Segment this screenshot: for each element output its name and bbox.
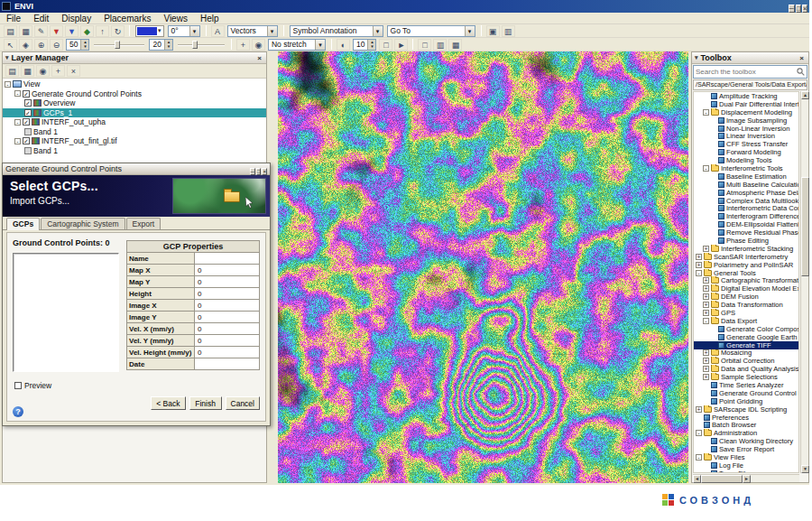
toolbox-item-generate-color-composite[interactable]: Generate Color Composite [694, 325, 798, 333]
menu-item-edit[interactable]: Edit [27, 14, 55, 23]
annotation-color-picker[interactable]: ▾ [135, 25, 164, 37]
checkbox-checked[interactable]: ✓ [23, 118, 30, 126]
expander-icon[interactable]: + [703, 246, 709, 252]
toolbox-item-polarimetry-and-polinsar[interactable]: +Polarimetry and PolInSAR [694, 261, 798, 269]
scroll-up-icon[interactable]: ▲ [801, 91, 809, 99]
grid-views-icon[interactable]: ▦ [448, 39, 462, 51]
expander-icon[interactable]: + [703, 277, 709, 284]
expander-icon[interactable]: + [703, 285, 709, 292]
scroll-left-icon[interactable]: ◄ [693, 475, 701, 483]
close-icon[interactable]: × [255, 54, 263, 62]
zoom-out-icon[interactable]: ⊖ [50, 39, 63, 51]
flicker-speed-spin[interactable]: 10▴▾ [353, 39, 376, 51]
toolbox-item-scansar-interferometry[interactable]: +ScanSAR Interferometry [694, 253, 798, 261]
lm-globe-icon[interactable]: ◉ [36, 65, 50, 77]
toolbox-item-complex-data-multilooking[interactable]: Complex Data Multilooking [694, 197, 798, 205]
scroll-right-icon[interactable]: ► [743, 475, 751, 483]
toolbox-item-administration[interactable]: -Administration [694, 429, 798, 437]
north-arrow-icon[interactable]: ↑ [96, 25, 109, 37]
gcp-property-value[interactable]: 0 [195, 334, 260, 347]
single-view-icon[interactable]: □ [418, 39, 431, 51]
menu-item-help[interactable]: Help [194, 14, 226, 23]
checkbox-checked[interactable]: ✓ [24, 109, 32, 116]
toolbox-item-image-subsampling[interactable]: Image Subsampling [694, 116, 798, 125]
slider-thumb[interactable] [115, 41, 120, 49]
expander-icon[interactable]: - [703, 165, 709, 172]
menu-item-display[interactable]: Display [55, 14, 97, 23]
tab-gcps[interactable]: GCPs [6, 218, 40, 230]
expander-icon[interactable]: + [703, 310, 709, 316]
toolbox-item-linear-inversion[interactable]: Linear Inversion [694, 132, 798, 140]
text-annotation-icon[interactable]: A [211, 25, 225, 37]
button-back[interactable]: < Back [151, 396, 185, 410]
gcp-list-box[interactable] [13, 253, 119, 372]
toolbox-item-log-file[interactable]: Log File [694, 461, 798, 470]
layer-tree-item-band-1[interactable]: Band 1 [3, 146, 266, 156]
minimize-button[interactable]: ─ [789, 5, 795, 13]
spin-down-icon[interactable]: ▾ [165, 44, 172, 50]
go-to-combo[interactable]: Go To▾ [387, 25, 475, 37]
open-file-icon[interactable]: ▤ [4, 25, 17, 37]
pan-hand-icon[interactable]: ◈ [19, 39, 32, 51]
toolbox-item-point-gridding[interactable]: Point Gridding [694, 397, 798, 405]
toolbox-item-data-and-quality-analysis[interactable]: +Data and Quality Analysis [694, 365, 798, 373]
toolbox-item-preferences[interactable]: Preferences [694, 414, 798, 422]
gcp-property-value[interactable]: 0 [195, 322, 260, 335]
layer-tree-item-gcps-1[interactable]: ✓GCPs_1 [3, 108, 266, 118]
toolbox-item-view-files[interactable]: -View Files [694, 453, 798, 461]
toolbox-item-remove-residual-phase-freq[interactable]: Remove Residual Phase Freq [694, 228, 798, 237]
toolbox-item-interferogram-difference[interactable]: Interferogram Difference [694, 212, 798, 220]
expander-icon[interactable]: - [703, 318, 709, 324]
toolbox-item-general-tools[interactable]: -General Tools [694, 269, 798, 277]
flicker-icon[interactable]: ► [394, 39, 408, 51]
gcp-property-value[interactable]: 0 [195, 275, 260, 288]
vectors-combo[interactable]: Vectors▾ [227, 25, 278, 37]
expander-icon[interactable]: - [696, 430, 702, 436]
menu-item-file[interactable]: File [0, 14, 27, 23]
lm-open-icon[interactable]: ▤ [5, 65, 19, 77]
toolbox-item-modeling-tools[interactable]: Modeling Tools [694, 156, 798, 164]
expander-icon[interactable]: + [696, 262, 702, 268]
cursor-value-icon[interactable]: ◉ [252, 39, 265, 51]
slider-thumb[interactable] [192, 41, 198, 49]
scrollbar-thumb[interactable] [701, 475, 743, 483]
scroll-down-icon[interactable]: ▼ [801, 465, 809, 473]
scrollbar-thumb[interactable] [801, 177, 809, 276]
toolbox-item-sarscape-idl-scripting[interactable]: +SARscape IDL Scripting [694, 405, 798, 414]
gcp-property-value[interactable]: 0 [195, 287, 260, 300]
toolbox-item-atmospheric-phase-delay-cor[interactable]: Atmospheric Phase Delay Cor [694, 189, 798, 197]
edit-annotation-icon[interactable]: ✎ [34, 25, 48, 37]
toolbox-item-interferometric-tools[interactable]: -Interferometric Tools [694, 164, 798, 172]
expander-icon[interactable]: - [696, 454, 702, 461]
tab-export[interactable]: Export [126, 218, 161, 229]
layer-tree-item-view[interactable]: -View [3, 79, 266, 89]
dialog-title-bar[interactable]: Generate Ground Control Points ─□× [3, 163, 270, 175]
expander-icon[interactable]: - [696, 270, 702, 276]
rotation-spin[interactable]: 20▴▾ [149, 39, 172, 51]
expander-icon[interactable]: + [703, 366, 709, 372]
toolbox-item-time-series-analyzer[interactable]: Time Series Analyzer [694, 381, 798, 389]
dialog-minimize-button[interactable]: ─ [250, 168, 255, 175]
toolbox-item-cartographic-transformation[interactable]: +Cartographic Transformation [694, 276, 798, 284]
toolbox-horizontal-scrollbar[interactable]: ◄ ► [693, 474, 799, 482]
panel-menu-icon[interactable]: ▾ [5, 54, 9, 61]
spin-down-icon[interactable]: ▾ [368, 44, 375, 50]
expander-icon[interactable]: - [14, 119, 21, 126]
dialog-maximize-button[interactable]: □ [256, 168, 262, 175]
layer-tree-item-overview[interactable]: ✓Overview [3, 98, 266, 108]
brightness-icon[interactable]: ◐ [337, 39, 350, 51]
expander-icon[interactable]: + [696, 254, 702, 260]
toolbox-item-dem-ellipsoidal-flattening[interactable]: DEM-Ellipsoidal Flattening [694, 220, 798, 228]
toolbox-item-digital-elevation-model-extraction[interactable]: +Digital Elevation Model Extraction [694, 284, 798, 293]
maximize-button[interactable]: □ [796, 5, 801, 13]
select-cursor-icon[interactable]: ↖ [4, 39, 17, 51]
layer-manager-header[interactable]: ▾ Layer Manager × [3, 52, 266, 64]
toolbox-vertical-scrollbar[interactable]: ▲ ▼ [800, 91, 808, 473]
toolbox-item-generate-ground-control-points[interactable]: Generate Ground Control Points [694, 389, 798, 397]
toolbox-item-gps[interactable]: +GPS [694, 309, 798, 317]
preview-option[interactable]: Preview [14, 381, 51, 390]
title-bar[interactable]: ENVI ─□× [0, 0, 809, 13]
crosshair-icon[interactable]: + [236, 39, 250, 51]
menu-item-views[interactable]: Views [157, 14, 194, 23]
dialog-close-button[interactable]: × [262, 168, 267, 175]
